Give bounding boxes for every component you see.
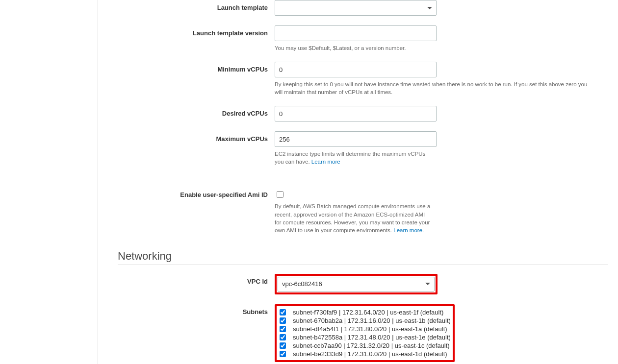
input-launch-template-version[interactable]	[275, 25, 437, 41]
subnet-checkbox[interactable]	[280, 326, 286, 332]
subnet-label: subnet-df4a54f1 | 172.31.80.0/20 | us-ea…	[293, 325, 447, 333]
link-max-vcpus-learn-more[interactable]: Learn more	[311, 159, 340, 165]
subnet-checkbox[interactable]	[280, 334, 286, 340]
help-enable-ami: By default, AWS Batch managed compute en…	[275, 202, 432, 234]
row-launch-template-version: Launch template version You may use $Def…	[118, 25, 608, 52]
input-min-vcpus[interactable]	[275, 62, 437, 77]
subnet-checkbox[interactable]	[280, 351, 286, 357]
highlight-subnets: subnet-f730faf9 | 172.31.64.0/20 | us-ea…	[275, 304, 455, 362]
label-subnets: Subnets	[118, 304, 275, 315]
row-enable-ami: Enable user-specified Ami ID By default,…	[118, 187, 608, 234]
row-desired-vcpus: Desired vCPUs	[118, 106, 608, 121]
input-desired-vcpus[interactable]	[275, 106, 437, 121]
subnet-label: subnet-670bab2a | 172.31.16.0/20 | us-ea…	[293, 317, 451, 324]
label-vpc-id: VPC Id	[118, 274, 275, 285]
label-launch-template-version: Launch template version	[118, 25, 275, 37]
section-divider	[118, 265, 608, 265]
subnet-checkbox[interactable]	[280, 309, 286, 315]
subnet-item: subnet-b472558a | 172.31.48.0/20 | us-ea…	[279, 333, 451, 341]
subnet-checkbox[interactable]	[280, 317, 286, 324]
caret-down-icon	[427, 7, 432, 9]
highlight-vpc: vpc-6c082416	[275, 274, 438, 294]
select-vpc-id-value: vpc-6c082416	[282, 280, 322, 288]
form-content: Launch template Launch template version …	[98, 0, 618, 364]
input-max-vcpus[interactable]	[275, 131, 437, 147]
checkbox-enable-ami[interactable]	[277, 191, 283, 198]
caret-down-icon	[425, 283, 430, 285]
subnet-item: subnet-670bab2a | 172.31.16.0/20 | us-ea…	[279, 316, 451, 325]
link-enable-ami-learn-more[interactable]: Learn more.	[393, 227, 424, 233]
label-max-vcpus: Maximum vCPUs	[118, 131, 275, 143]
label-launch-template: Launch template	[118, 0, 275, 11]
help-max-vcpus: EC2 instance type limits will determine …	[275, 150, 432, 166]
section-heading-networking: Networking	[118, 250, 608, 263]
row-vpc-id: VPC Id vpc-6c082416	[118, 274, 608, 294]
label-desired-vcpus: Desired vCPUs	[118, 106, 275, 117]
subnet-label: subnet-be2333d9 | 172.31.0.0/20 | us-eas…	[293, 350, 447, 358]
row-launch-template: Launch template	[118, 0, 608, 16]
row-subnets: Subnets subnet-f730faf9 | 172.31.64.0/20…	[118, 304, 608, 362]
subnet-label: subnet-ccb7aa90 | 172.31.32.0/20 | us-ea…	[293, 342, 450, 349]
subnet-item: subnet-ccb7aa90 | 172.31.32.0/20 | us-ea…	[279, 341, 451, 350]
row-max-vcpus: Maximum vCPUs EC2 instance type limits w…	[118, 131, 608, 166]
subnet-checkbox[interactable]	[280, 342, 286, 349]
select-launch-template[interactable]	[275, 0, 437, 16]
left-sidebar	[0, 0, 98, 364]
subnet-item: subnet-f730faf9 | 172.31.64.0/20 | us-ea…	[279, 308, 451, 316]
subnet-label: subnet-b472558a | 172.31.48.0/20 | us-ea…	[293, 334, 451, 341]
help-launch-template-version: You may use $Default, $Latest, or a vers…	[275, 44, 589, 52]
subnet-item: subnet-be2333d9 | 172.31.0.0/20 | us-eas…	[279, 350, 451, 358]
row-min-vcpus: Minimum vCPUs By keeping this set to 0 y…	[118, 62, 608, 96]
subnet-item: subnet-df4a54f1 | 172.31.80.0/20 | us-ea…	[279, 325, 451, 333]
help-min-vcpus: By keeping this set to 0 you will not ha…	[275, 80, 589, 96]
select-vpc-id[interactable]: vpc-6c082416	[278, 277, 435, 291]
subnet-label: subnet-f730faf9 | 172.31.64.0/20 | us-ea…	[293, 309, 443, 316]
label-min-vcpus: Minimum vCPUs	[118, 62, 275, 73]
label-enable-ami: Enable user-specified Ami ID	[118, 187, 275, 198]
